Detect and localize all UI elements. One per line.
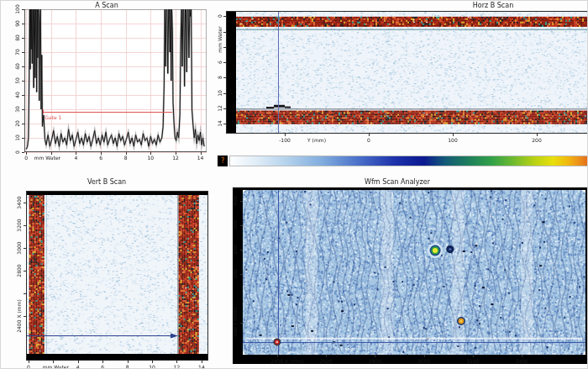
y-axis-tick-label: 12 [217, 105, 223, 112]
y-axis-tick-label: 3400 [16, 196, 22, 208]
y-axis-tick-label: 400 [232, 196, 238, 205]
x-axis-tick-label: -100 [279, 137, 291, 143]
y-axis-tick-label: 0 [217, 14, 223, 18]
x-axis-tick-label: 4 [76, 364, 80, 369]
x-axis-tick-label: 3400 [516, 358, 528, 364]
x-axis-tick-label: 14 [197, 155, 204, 161]
x-axis-tick-label: 2400 [270, 358, 283, 364]
horz-b-scan-title: Horz B Scan [473, 2, 513, 9]
horz-b-scan-panel: Horz B Scan -100Y (mm)01002000mm Water68… [213, 1, 588, 154]
x-axis-tick-label: 200 [532, 137, 541, 143]
y-axis-tick-label: 2800 [16, 264, 22, 277]
x-axis-tick-label: 2800 [369, 358, 381, 364]
x-axis-tick-label: 4 [75, 155, 78, 161]
x-axis-tick-label: mm Water [43, 364, 69, 369]
colorbar-handle-icon[interactable]: ? [218, 156, 228, 166]
x-axis-tick-label: 8 [126, 364, 129, 369]
y-axis-tick-label: 80 [14, 34, 20, 41]
x-axis-tick-label: 8 [124, 155, 128, 161]
x-axis-tick-label: 10 [149, 364, 155, 369]
x-axis-tick-label: 12 [174, 364, 181, 369]
a-scan-panel: A Scan Gate 10mm Water468101214010203040… [3, 1, 211, 169]
x-axis-tick-label: 0 [24, 155, 28, 161]
x-axis-tick-label: 6 [101, 364, 104, 369]
wfm-scan-analyzer-canvas[interactable] [216, 177, 588, 369]
y-axis-tick-label: 3200 [16, 219, 22, 231]
x-axis-tick-label: mm Water [34, 155, 60, 161]
x-axis-tick-label: 6 [99, 155, 102, 161]
y-axis-tick-label: 200 [232, 245, 238, 254]
y-axis-tick-label: 10 [217, 90, 223, 97]
y-axis-tick-label: 300 [232, 220, 238, 229]
a-scan-canvas[interactable] [3, 1, 211, 169]
x-axis-tick-label: 12 [172, 155, 179, 161]
x-axis-tick-label: X (mm) [285, 358, 303, 364]
x-axis-tick-label: 3200 [466, 358, 479, 364]
y-axis-tick-label: 90 [14, 20, 20, 27]
vert-b-scan-canvas[interactable] [3, 177, 211, 369]
x-axis-tick-label: 0 [27, 364, 30, 369]
colorbar-canvas [216, 155, 588, 168]
y-axis-tick-label: 100 [232, 269, 238, 278]
y-axis-tick-label: 50 [14, 77, 20, 84]
y-axis-tick-label: 20 [14, 120, 20, 127]
y-axis-tick-label: 6 [217, 61, 223, 64]
a-scan-title: A Scan [95, 2, 118, 9]
y-axis-tick-label: mm Water [217, 26, 223, 52]
x-axis-tick-label: 3000 [417, 358, 430, 364]
wfm-scan-analyzer-title: Wfm Scan Analyzer [365, 178, 430, 186]
y-axis-tick-label: 10 [14, 134, 20, 141]
ultrasonic-scan-analysis-window: A Scan Gate 10mm Water468101214010203040… [0, 0, 588, 369]
x-axis-tick-label: 14 [198, 364, 205, 369]
y-axis-tick-label: 0 [14, 150, 20, 154]
vert-b-scan-panel: Vert B Scan 0mm Water4681012143400320030… [3, 177, 211, 369]
x-axis-tick-label: 100 [448, 137, 457, 143]
x-axis-tick-label: 0 [367, 137, 370, 143]
y-axis-tick-label: 2400 X (mm) [16, 299, 22, 333]
horz-b-scan-canvas[interactable] [213, 1, 588, 154]
x-axis-tick-label: 2600 [319, 358, 332, 364]
y-axis-tick-label: 40 [14, 92, 20, 98]
y-axis-tick-label: 60 [14, 63, 20, 70]
amplitude-colorbar: ? [216, 155, 588, 168]
y-axis-tick-label: 3000 [16, 241, 22, 254]
y-axis-tick-label: 100 [14, 4, 20, 13]
gate-label[interactable]: Gate 1 [45, 114, 61, 120]
y-axis-tick-label: 8 [217, 76, 223, 79]
y-axis-tick-label: 30 [14, 106, 20, 113]
y-axis-tick-label: 70 [14, 49, 20, 55]
wfm-scan-analyzer-panel: Wfm Scan Analyzer 2400X (mm)260028003000… [216, 177, 588, 369]
y-axis-tick-label: 14 [217, 120, 223, 127]
y-axis-tick-label: -100 Y (mm) [232, 308, 238, 339]
x-axis-tick-label: Y (mm) [307, 137, 326, 143]
vert-b-scan-title: Vert B Scan [87, 178, 126, 186]
x-axis-tick-label: 10 [148, 155, 155, 161]
